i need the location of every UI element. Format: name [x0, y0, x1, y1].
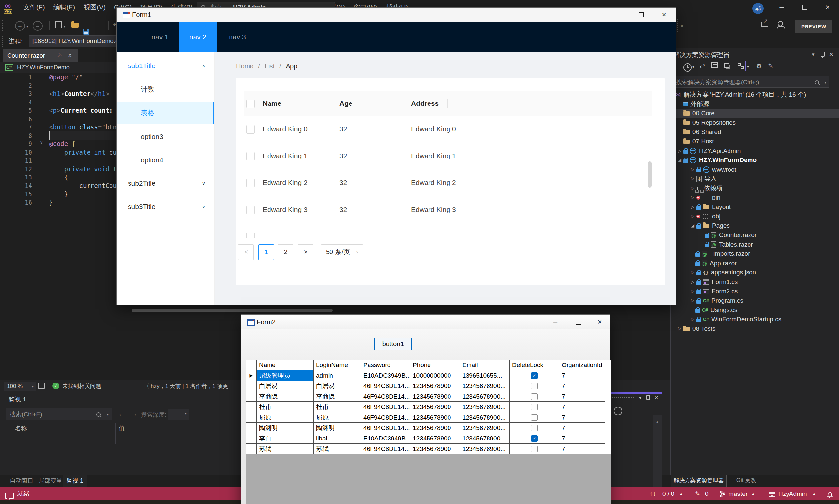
- grid-cell-password[interactable]: E10ADC3949B...: [361, 371, 410, 381]
- grid-cell-email[interactable]: 12345678900...: [460, 423, 510, 433]
- grid-cell-name[interactable]: 苏轼: [257, 444, 314, 454]
- form2-maximize-button[interactable]: [568, 315, 589, 329]
- panel-menu-icon[interactable]: ▼: [811, 52, 816, 57]
- grid-row-header[interactable]: [246, 381, 257, 391]
- grid-cell-password[interactable]: 46F94C8DE14...: [361, 402, 410, 412]
- tree-expander-icon[interactable]: ▷: [689, 193, 696, 202]
- pagination-next-button[interactable]: >: [298, 244, 313, 260]
- grid-cell-email[interactable]: 12345678900...: [460, 381, 510, 391]
- new-item-icon[interactable]: [55, 21, 62, 29]
- watch-search-input[interactable]: 搜索(Ctrl+E) ▾: [5, 408, 112, 420]
- chevron-down-icon[interactable]: ▾: [824, 76, 826, 88]
- grid-cell-org[interactable]: 7: [559, 433, 605, 444]
- editor-zoom-select[interactable]: 100 %▾: [4, 382, 36, 391]
- grid-cell-email[interactable]: 12345678900...: [460, 391, 510, 402]
- tree-expander-icon[interactable]: ▷: [689, 315, 696, 324]
- tree-expander-icon[interactable]: ◢: [689, 221, 696, 230]
- tree-item[interactable]: ▷HZY.Api.Admin: [671, 146, 839, 156]
- feedback-person-icon[interactable]: [778, 21, 783, 26]
- grid-cell-deletelock[interactable]: [510, 381, 559, 391]
- tree-item[interactable]: ▷bin: [671, 193, 839, 202]
- button1[interactable]: button1: [374, 338, 412, 350]
- scrollbar[interactable]: ▲: [653, 415, 662, 489]
- form1-window[interactable]: Form1 ─ ✕ nav 1nav 2nav 3 sub1Title∧计数表格…: [116, 7, 676, 305]
- grid-col-header-Password[interactable]: Password: [361, 360, 410, 371]
- close-icon[interactable]: ✕: [829, 51, 834, 58]
- grid-cell-email[interactable]: 12345678900...: [460, 412, 510, 423]
- grid-cell-phone[interactable]: 12345678900: [410, 391, 460, 402]
- tree-item[interactable]: ◢HZY.WinFormDemo: [671, 156, 839, 165]
- tree-expander-icon[interactable]: ▷: [689, 277, 696, 287]
- grid-cell-org[interactable]: 7: [559, 402, 605, 412]
- tree-item[interactable]: 06 Shared: [671, 127, 839, 137]
- tree-expander-icon[interactable]: ◢: [676, 156, 683, 165]
- grid-row[interactable]: ▶超级管理员adminE10ADC3949B...100000000001396…: [246, 371, 611, 381]
- tree-expander-icon[interactable]: ▷: [689, 287, 696, 296]
- pagination-prev-button[interactable]: <: [238, 244, 254, 260]
- grid-row[interactable]: 李商隐李商隐46F94C8DE14...12345678900123456789…: [246, 391, 611, 402]
- codelens-git-info[interactable]: hzy，1 天前 | 1 名作者，1 项更: [151, 380, 228, 392]
- form1-close-button[interactable]: ✕: [653, 7, 674, 22]
- grid-cell-phone[interactable]: 10000000000: [410, 371, 460, 381]
- sync-caret-icon[interactable]: ▲: [679, 487, 683, 500]
- editor-hscrollbar-thumb[interactable]: [132, 309, 333, 312]
- select-all-checkbox[interactable]: [246, 100, 255, 108]
- grid-col-header-Email[interactable]: Email: [460, 360, 510, 371]
- tree-item[interactable]: 00 Core: [671, 109, 839, 118]
- pending-edits-count[interactable]: 0: [705, 487, 708, 500]
- form2-minimize-button[interactable]: ─: [545, 315, 566, 329]
- codelens-collapse-icon[interactable]: 〈: [143, 380, 149, 392]
- new-item-dropdown-icon[interactable]: ▾: [64, 24, 66, 29]
- grid-cell-deletelock[interactable]: ✓: [510, 433, 559, 444]
- panel-menu-icon[interactable]: ▼: [638, 395, 642, 400]
- grid-col-header-Name[interactable]: Name: [257, 360, 314, 371]
- health-text[interactable]: 未找到相关问题: [62, 380, 101, 392]
- tree-item[interactable]: ▷C#Program.cs: [671, 296, 839, 305]
- view-dropdown-icon[interactable]: ▾: [747, 65, 749, 69]
- grid-cell-name[interactable]: 杜甫: [257, 402, 314, 412]
- preview-selected-icon[interactable]: ✎: [768, 62, 773, 70]
- grid-col-header-DeleteLock[interactable]: DeleteLock: [510, 360, 559, 371]
- toolbar-overflow-icon[interactable]: »: [681, 23, 683, 28]
- bottom-tab-3[interactable]: 监视 1: [63, 475, 87, 488]
- tree-item[interactable]: ⋈解决方案 'HZY.Admin' (16 个项目，共 16 个): [671, 90, 839, 99]
- solution-explorer-search-input[interactable]: 搜索解决方案资源管理器(Ctrl+;) ▾: [672, 76, 829, 88]
- grid-cell-password[interactable]: E10ADC3949B...: [361, 433, 410, 444]
- tree-item[interactable]: 外部源: [671, 100, 839, 109]
- grid-cell-deletelock[interactable]: [510, 423, 559, 433]
- tree-item[interactable]: ▷C#WinFormDemoStartup.cs: [671, 315, 839, 324]
- sidebar-group-sub2Title[interactable]: sub2Title∨: [117, 173, 215, 194]
- sidebar-item-option3[interactable]: option3: [117, 126, 215, 147]
- pending-edits-icon[interactable]: ✎: [695, 487, 700, 500]
- breadcrumb-item[interactable]: Home: [236, 62, 254, 70]
- row-checkbox[interactable]: [246, 206, 255, 214]
- grid-row-header[interactable]: ▶: [246, 371, 257, 381]
- tree-expander-icon[interactable]: ▷: [689, 165, 696, 174]
- grid-cell-phone[interactable]: 12345678900: [410, 423, 460, 433]
- bottom-tab-1[interactable]: 自动窗口: [6, 475, 37, 487]
- grid-cell-org[interactable]: 7: [559, 381, 605, 391]
- tree-item[interactable]: ▷Form1.cs: [671, 277, 839, 287]
- navigate-back-icon[interactable]: ←: [15, 21, 25, 31]
- chevron-down-icon[interactable]: ▾: [106, 408, 108, 420]
- form2-titlebar[interactable]: Form2 ─ ✕: [241, 315, 610, 329]
- grid-cell-name[interactable]: 白居易: [257, 381, 314, 391]
- tree-expander-icon[interactable]: ▷: [689, 202, 696, 212]
- grid-cell-org[interactable]: 7: [559, 412, 605, 423]
- table-row[interactable]: Edward King 032Edward King 0: [244, 115, 652, 142]
- preview-button[interactable]: PREVIEW: [795, 20, 833, 33]
- pin-icon[interactable]: [821, 52, 825, 58]
- form2-close-button[interactable]: ✕: [589, 315, 610, 329]
- tree-item[interactable]: @Tables.razor: [671, 240, 839, 249]
- table-row[interactable]: Edward King 132Edward King 1: [244, 142, 652, 169]
- grid-cell-name[interactable]: 超级管理员: [257, 371, 314, 381]
- menu-item[interactable]: 文件(F): [19, 0, 49, 14]
- branch-caret-icon[interactable]: ▲: [751, 487, 755, 500]
- nav-tab-2[interactable]: nav 2: [179, 22, 217, 52]
- tree-item[interactable]: @App.razor: [671, 259, 839, 268]
- tree-expander-icon[interactable]: ▷: [689, 174, 696, 183]
- fold-chevron-icon[interactable]: ∨: [40, 140, 42, 145]
- breadcrumb-item[interactable]: List: [264, 62, 275, 70]
- grid-row-header[interactable]: [246, 444, 257, 454]
- grid-col-header-LoginName[interactable]: LoginName: [314, 360, 361, 371]
